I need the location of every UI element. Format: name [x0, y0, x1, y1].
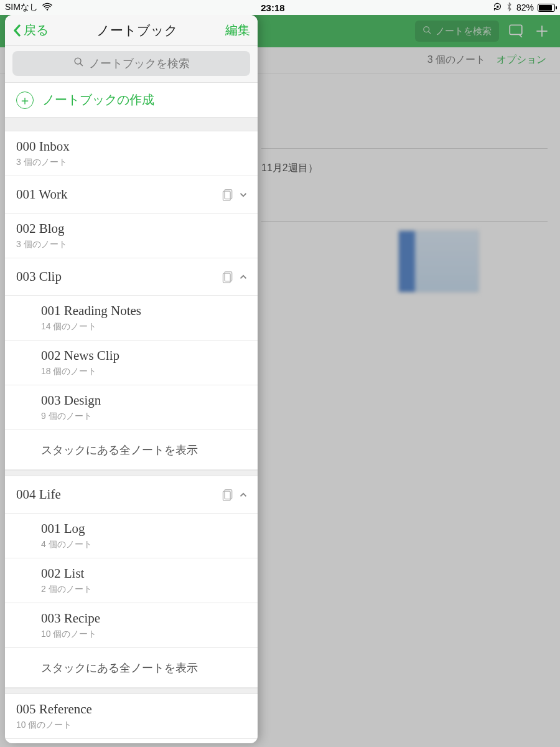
notebooks-panel: 戻る ノートブック 編集 ノートブックを検索 ＋ ノートブックの作成 000 I…	[5, 15, 258, 743]
show-all-in-stack-clip[interactable]: スタックにある全ノートを表示	[5, 430, 258, 470]
panel-header: 戻る ノートブック 編集	[5, 15, 258, 46]
notebook-meta: 3 個のノート	[16, 157, 70, 168]
notebook-title: 002 Blog	[16, 221, 67, 237]
chevron-up-icon[interactable]	[238, 489, 249, 500]
sub-notebook-list[interactable]: 002 List 2 個のノート	[5, 558, 258, 603]
battery-icon	[538, 4, 555, 12]
notebook-meta: 14 個のノート	[41, 321, 141, 332]
notebook-meta: 4 個のノート	[41, 539, 92, 550]
notebook-title: 005 Reference	[16, 702, 92, 717]
notebook-title: 003 Design	[41, 393, 101, 408]
create-notebook-button[interactable]: ＋ ノートブックの作成	[5, 83, 258, 118]
battery-percent: 82%	[516, 2, 534, 12]
sub-notebook-reading-notes[interactable]: 001 Reading Notes 14 個のノート	[5, 296, 258, 341]
svg-line-8	[80, 63, 82, 66]
notebook-meta: 10 個のノート	[16, 720, 92, 731]
show-all-in-stack-life[interactable]: スタックにある全ノートを表示	[5, 648, 258, 688]
chevron-left-icon	[12, 23, 22, 38]
notebook-item-inbox[interactable]: 000 Inbox 3 個のノート	[5, 131, 258, 176]
section-gap	[5, 118, 258, 131]
chevron-up-icon[interactable]	[238, 271, 249, 283]
notebook-meta: 18 個のノート	[41, 366, 119, 377]
svg-rect-1	[497, 6, 498, 7]
notebook-title: 000 Inbox	[16, 139, 70, 154]
notebook-meta: 2 個のノート	[41, 584, 92, 595]
notebook-list[interactable]: 000 Inbox 3 個のノート 001 Work 002 Blog 3 個の	[5, 131, 258, 743]
notebook-title: 004 Life	[16, 487, 61, 502]
edit-button[interactable]: 編集	[225, 22, 250, 39]
notebook-title: 002 List	[41, 566, 92, 581]
notebook-item-clip[interactable]: 003 Clip	[5, 258, 258, 296]
back-label: 戻る	[24, 22, 49, 39]
stack-icon	[222, 270, 234, 284]
section-gap	[5, 470, 258, 476]
svg-point-7	[75, 58, 81, 64]
stack-icon	[222, 188, 234, 202]
sub-notebook-log[interactable]: 001 Log 4 個のノート	[5, 514, 258, 558]
sim-status: SIMなし	[5, 2, 38, 13]
notebook-item-archive[interactable]: Archive 3 個のノート	[5, 739, 258, 743]
chevron-down-icon[interactable]	[238, 189, 249, 200]
plus-circle-icon: ＋	[16, 92, 34, 109]
notebook-title: 001 Reading Notes	[41, 303, 141, 319]
notebook-item-blog[interactable]: 002 Blog 3 個のノート	[5, 214, 258, 258]
orientation-lock-icon	[493, 2, 502, 13]
show-all-label: スタックにある全ノートを表示	[41, 660, 198, 675]
panel-search-placeholder: ノートブックを検索	[89, 56, 190, 71]
svg-point-0	[47, 9, 48, 10]
notebook-title: 003 Recipe	[41, 611, 100, 626]
panel-title: ノートブック	[49, 22, 225, 39]
bluetooth-icon	[506, 2, 513, 14]
clock: 23:18	[53, 2, 493, 13]
notebook-item-work[interactable]: 001 Work	[5, 176, 258, 214]
notebook-title: 001 Work	[16, 187, 68, 202]
notebook-title: 003 Clip	[16, 269, 62, 284]
show-all-label: スタックにある全ノートを表示	[41, 443, 198, 458]
notebook-meta: 9 個のノート	[41, 411, 101, 422]
notebook-title: 001 Log	[41, 521, 92, 537]
notebook-meta: 10 個のノート	[41, 629, 100, 640]
notebook-meta: 3 個のノート	[16, 239, 67, 250]
create-notebook-label: ノートブックの作成	[42, 92, 154, 108]
status-bar: SIMなし 23:18 82%	[0, 0, 560, 15]
wifi-icon	[42, 2, 53, 13]
sub-notebook-recipe[interactable]: 003 Recipe 10 個のノート	[5, 603, 258, 648]
back-button[interactable]: 戻る	[12, 22, 49, 39]
stack-icon	[222, 488, 234, 502]
notebook-item-life[interactable]: 004 Life	[5, 476, 258, 514]
notebook-item-reference[interactable]: 005 Reference 10 個のノート	[5, 694, 258, 739]
panel-search-field[interactable]: ノートブックを検索	[12, 51, 250, 76]
sub-notebook-design[interactable]: 003 Design 9 個のノート	[5, 385, 258, 430]
notebook-title: 002 News Clip	[41, 348, 119, 364]
section-gap	[5, 688, 258, 694]
search-icon	[73, 57, 84, 70]
sub-notebook-news-clip[interactable]: 002 News Clip 18 個のノート	[5, 341, 258, 385]
